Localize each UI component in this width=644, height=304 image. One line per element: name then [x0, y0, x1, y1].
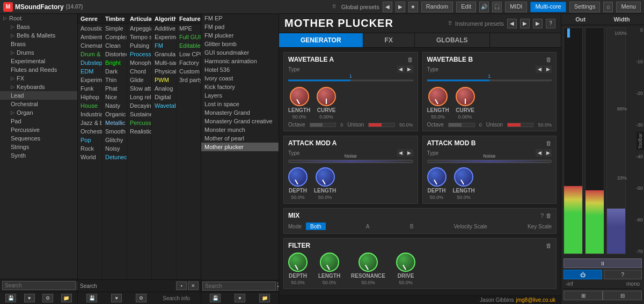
art-processed[interactable]: Processed	[127, 50, 151, 58]
preset-fm-ep[interactable]: FM EP	[201, 14, 279, 23]
timbre-clean[interactable]: Clean	[103, 41, 127, 50]
am-b-noise-slider[interactable]	[427, 160, 552, 163]
art-longrelease[interactable]: Long release	[127, 93, 151, 101]
filter-resonance-knob[interactable]	[358, 253, 378, 272]
tree-item-strings[interactable]: Strings	[0, 143, 77, 151]
genre-orchestral[interactable]: Orchestral	[78, 127, 102, 136]
wt-a-next-btn[interactable]: ▶	[406, 65, 413, 73]
timbre-nasty[interactable]: Nasty	[103, 101, 127, 110]
timbre-glitchy[interactable]: Glitchy	[103, 136, 127, 144]
genre-rock[interactable]: Rock	[78, 144, 102, 153]
genre-acoustic[interactable]: Acoustic	[78, 24, 102, 33]
nav-star-btn[interactable]: ★	[408, 2, 418, 12]
preset-mother-plucker[interactable]: Mother plucker	[201, 143, 279, 151]
timbre-metallic[interactable]: Metallic	[103, 118, 127, 127]
midi-btn[interactable]: MIDI	[505, 2, 527, 12]
art-pulsing[interactable]: Pulsing	[127, 41, 151, 50]
tree-item-bells[interactable]: ▷ Bells & Mallets	[0, 31, 77, 40]
art-slowattack[interactable]: Slow attack	[127, 84, 151, 93]
timbre-smooth[interactable]: Smooth	[103, 127, 127, 136]
wt-b-length-knob[interactable]	[428, 87, 448, 106]
timbre-distorted[interactable]: Distorted	[103, 50, 127, 58]
genre-cinematic[interactable]: Cinematic	[78, 41, 102, 50]
mix-help-icon[interactable]: ?	[540, 212, 544, 219]
alg-digital[interactable]: Digital	[152, 93, 176, 101]
am-a-depth-knob[interactable]	[288, 167, 308, 187]
tree-item-brass[interactable]: Brass	[0, 40, 77, 48]
alg-physical[interactable]: Physical	[152, 67, 176, 76]
home-icon[interactable]: ⌂	[603, 2, 613, 12]
art-percussive[interactable]: Percussive	[127, 118, 151, 127]
tree-item-pad[interactable]: Pad	[0, 117, 77, 125]
multicore-btn[interactable]: Multi-core	[530, 2, 566, 12]
art-chord[interactable]: Chord	[127, 67, 151, 76]
art-monophonic[interactable]: Monophonic	[127, 58, 151, 67]
preset-monastery-grand[interactable]: Monastery Grand	[201, 108, 279, 117]
tree-item-synth[interactable]: Synth	[0, 151, 77, 160]
heart-icon-btn[interactable]: ♥	[24, 294, 35, 302]
tree-item-organ[interactable]: ▷ Organ	[0, 108, 77, 117]
am-b-length-knob[interactable]	[454, 167, 473, 187]
genre-house[interactable]: House	[78, 101, 102, 110]
genre-pop[interactable]: Pop	[78, 136, 102, 144]
headphone-icon[interactable]: 🎧	[492, 2, 502, 12]
filter-length-knob[interactable]	[320, 253, 339, 272]
settings-icon-btn[interactable]: ⚙	[42, 294, 53, 302]
feat-fullgui[interactable]: Full GUI	[177, 33, 201, 41]
am-a-next-btn[interactable]: ▶	[406, 149, 413, 157]
alg-multisampled[interactable]: Multi-sampled	[152, 58, 176, 67]
timbre-complex[interactable]: Complex	[103, 33, 127, 41]
tab-generator[interactable]: GENERATOR	[279, 33, 363, 47]
alg-analog[interactable]: Analog	[152, 84, 176, 93]
save-icon-btn[interactable]: 💾	[5, 294, 16, 302]
feat-factory[interactable]: Factory	[177, 58, 201, 67]
inst-nav-play[interactable]: ▶	[533, 19, 543, 28]
bottom-icon-2[interactable]: ⊟	[603, 291, 642, 300]
timbre-nice[interactable]: Nice	[103, 93, 127, 101]
am-a-prev-btn[interactable]: ◀	[397, 149, 405, 157]
browser-heart-btn[interactable]: ♥	[111, 294, 122, 302]
nav-prev-btn[interactable]: ◀	[383, 2, 392, 12]
timbre-phat[interactable]: Phat	[103, 84, 127, 93]
tree-item-keyboards[interactable]: ▷ Keyboards	[0, 83, 77, 91]
art-decaying[interactable]: Decaying	[127, 101, 151, 110]
preset-mother-of-pearl[interactable]: Mother of pearl	[201, 134, 279, 143]
tree-item-flutes[interactable]: Flutes and Reeds	[0, 65, 77, 74]
timbre-thin[interactable]: Thin	[103, 76, 127, 84]
tree-item-lead[interactable]: Lead	[0, 91, 77, 100]
genre-hiphop[interactable]: Hiphop	[78, 93, 102, 101]
genre-experimental[interactable]: Experimental	[78, 76, 102, 84]
preset-glitter-bomb[interactable]: Glitter bomb	[201, 40, 279, 48]
wt-a-octave-slider[interactable]	[310, 123, 336, 127]
genre-ambient[interactable]: Ambient	[78, 33, 102, 41]
tree-item-percussive[interactable]: Percussive	[0, 125, 77, 134]
tree-item-orchestral[interactable]: Orchestral	[0, 100, 77, 108]
feat-lowcpu[interactable]: Low CPU	[177, 50, 201, 58]
search-input[interactable]	[2, 281, 76, 290]
preset-hotel-536[interactable]: Hotel 536	[201, 65, 279, 74]
wt-a-length-knob[interactable]	[290, 87, 309, 106]
wt-b-octave-slider[interactable]	[448, 123, 475, 127]
wt-a-prev-btn[interactable]: ◀	[397, 65, 405, 73]
genre-jazz[interactable]: Jazz & blues	[78, 118, 102, 127]
tree-item-experimental[interactable]: Experimental	[0, 57, 77, 65]
wt-a-curve-knob[interactable]	[317, 87, 336, 106]
preset-layers[interactable]: Layers	[201, 91, 279, 100]
art-tempo[interactable]: Tempo synced	[127, 33, 151, 41]
mix-mode-value[interactable]: Both	[306, 223, 326, 230]
tree-item-drums[interactable]: ▷ Drums	[0, 48, 77, 57]
bottom-icon-1[interactable]: ⊞	[564, 291, 603, 300]
preset-monastery-grand-creative[interactable]: Monastery Grand creative	[201, 117, 279, 125]
tab-globals[interactable]: GLOBALS	[415, 33, 490, 47]
alg-fm[interactable]: FM	[152, 41, 176, 50]
browser-search-del[interactable]: ✕	[188, 281, 199, 290]
pause-btn[interactable]: ⏸	[564, 258, 642, 268]
feat-mpe[interactable]: MPE	[177, 24, 201, 33]
preset-lost-in-space[interactable]: Lost in space	[201, 100, 279, 108]
browser-search-clear[interactable]: ▪	[176, 281, 187, 290]
preset-folder-btn[interactable]: 📁	[259, 294, 270, 302]
wt-a-unison-slider[interactable]	[368, 123, 395, 127]
genre-edm[interactable]: EDM	[78, 67, 102, 76]
timbre-detuned[interactable]: Detuned	[103, 153, 127, 161]
genre-dnb[interactable]: Drum & Bass	[78, 50, 102, 58]
